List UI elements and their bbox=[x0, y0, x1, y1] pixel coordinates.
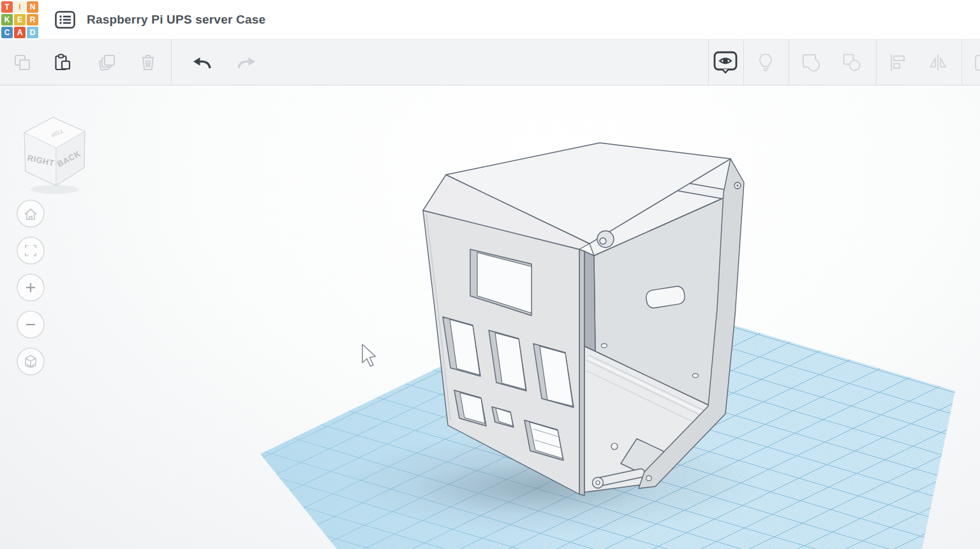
mouse-cursor bbox=[362, 344, 376, 367]
design-menu-button[interactable] bbox=[54, 8, 77, 31]
logo-tile: E bbox=[14, 14, 26, 26]
mirror-icon bbox=[928, 53, 947, 72]
3d-viewport[interactable]: TOP RIGHT BACK bbox=[0, 85, 980, 549]
scene-svg: TOP RIGHT BACK bbox=[0, 85, 980, 549]
light-button[interactable] bbox=[748, 40, 783, 85]
delete-button[interactable] bbox=[134, 40, 162, 85]
design-title[interactable]: Raspberry Pi UPS server Case bbox=[87, 13, 265, 27]
toolbar bbox=[0, 40, 980, 85]
view-cube-shadow bbox=[31, 185, 79, 194]
toolbar-divider bbox=[708, 40, 709, 85]
model-wall-gap bbox=[584, 251, 595, 351]
group-icon bbox=[801, 52, 821, 73]
copy-icon bbox=[13, 54, 31, 71]
ungroup-icon bbox=[842, 52, 862, 73]
paste-button[interactable] bbox=[48, 40, 77, 85]
mirror-button[interactable] bbox=[920, 40, 956, 85]
duplicate-button[interactable] bbox=[93, 40, 121, 85]
logo-tile: C bbox=[1, 27, 13, 38]
model-screw-hole bbox=[602, 344, 607, 348]
model-hinge-boss-hole bbox=[600, 238, 606, 244]
copy-button[interactable] bbox=[8, 40, 36, 85]
toolbar-divider bbox=[743, 40, 744, 85]
paste-icon bbox=[54, 54, 71, 71]
undo-button[interactable] bbox=[188, 40, 216, 85]
redo-button[interactable] bbox=[233, 40, 261, 85]
logo-tile: D bbox=[27, 27, 38, 38]
model-frame-screw bbox=[737, 185, 739, 187]
workplane-icon bbox=[974, 52, 980, 73]
trash-icon bbox=[139, 54, 157, 71]
toolbar-divider bbox=[171, 40, 172, 85]
fit-view-button[interactable] bbox=[17, 237, 44, 264]
app-header: T I N K E R C A D Raspberry Pi UPS serve… bbox=[0, 0, 980, 40]
home-view-button[interactable] bbox=[17, 200, 44, 227]
align-button[interactable] bbox=[880, 40, 916, 85]
toolbar-divider bbox=[876, 40, 877, 85]
group-button[interactable] bbox=[793, 40, 829, 85]
ungroup-button[interactable] bbox=[834, 40, 870, 85]
logo-tile: I bbox=[14, 1, 26, 13]
logo-tile: N bbox=[27, 1, 38, 13]
zoom-in-button[interactable] bbox=[17, 274, 44, 301]
view-cube[interactable]: TOP RIGHT BACK bbox=[24, 117, 85, 194]
show-all-button[interactable] bbox=[711, 40, 739, 85]
tinkercad-logo[interactable]: T I N K E R C A D bbox=[0, 0, 40, 40]
logo-tile: T bbox=[1, 1, 13, 13]
logo-tile: A bbox=[14, 27, 26, 38]
model-screw-hole bbox=[693, 374, 699, 377]
toolbar-divider bbox=[961, 40, 962, 85]
redo-icon bbox=[236, 54, 258, 71]
logo-tile: K bbox=[1, 14, 13, 26]
model-wall-edge bbox=[579, 249, 584, 495]
duplicate-icon bbox=[98, 53, 117, 72]
view-controls bbox=[17, 200, 44, 375]
design-menu-icon bbox=[54, 9, 76, 31]
show-all-eye-icon bbox=[712, 50, 739, 75]
workplane-button[interactable] bbox=[967, 40, 980, 85]
model-frame-screw bbox=[646, 476, 651, 481]
model-screw-boss bbox=[611, 443, 618, 450]
toolbar-divider bbox=[789, 40, 789, 85]
align-icon bbox=[889, 53, 908, 72]
lightbulb-icon bbox=[757, 52, 775, 73]
undo-icon bbox=[191, 54, 212, 71]
model-foot-hole bbox=[596, 481, 600, 485]
perspective-toggle-button[interactable] bbox=[17, 348, 44, 375]
zoom-out-button[interactable] bbox=[17, 311, 44, 338]
logo-tile: R bbox=[27, 14, 38, 26]
